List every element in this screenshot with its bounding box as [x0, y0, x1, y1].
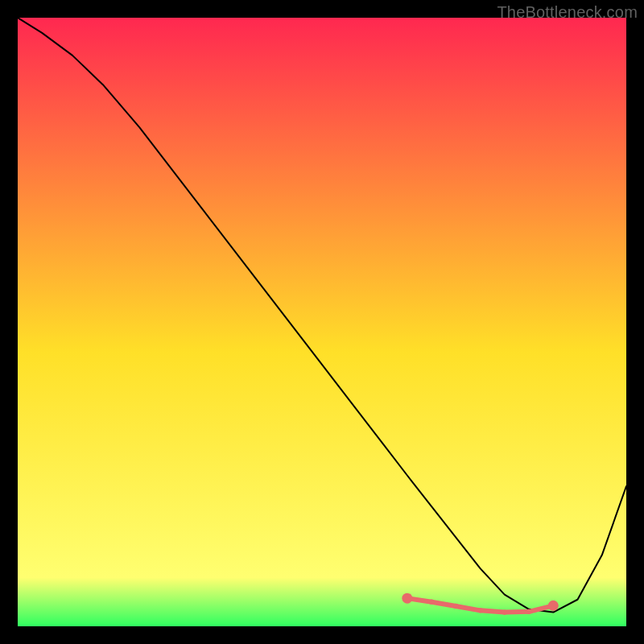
highlight-dot: [453, 604, 458, 609]
highlight-dot: [526, 609, 531, 614]
gradient-background: [18, 18, 626, 626]
highlight-dot: [502, 609, 507, 614]
highlight-dot: [429, 600, 434, 605]
chart-svg: [18, 18, 626, 626]
highlight-dot: [548, 601, 559, 611]
attribution-label: TheBottleneck.com: [497, 3, 638, 22]
chart-container: TheBottleneck.com: [0, 0, 644, 644]
highlight-dot: [402, 593, 412, 604]
plot-area: [18, 18, 626, 626]
highlight-dot: [477, 608, 482, 613]
